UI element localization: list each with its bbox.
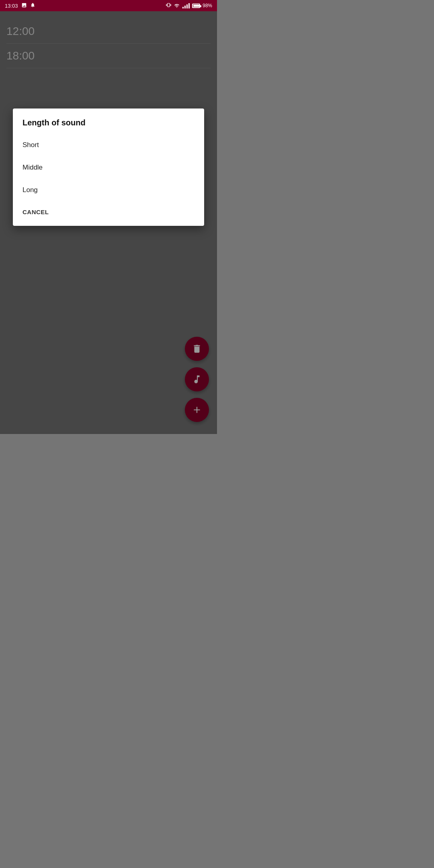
cancel-button[interactable]: CANCEL bbox=[13, 201, 204, 223]
battery-icon bbox=[192, 4, 200, 8]
status-right: 98% bbox=[166, 2, 212, 9]
wifi-icon bbox=[174, 3, 180, 8]
battery-percentage: 98% bbox=[203, 3, 212, 8]
status-bar: 13:03 98% bbox=[0, 0, 217, 11]
signal-icon bbox=[182, 3, 190, 8]
option-long[interactable]: Long bbox=[13, 179, 204, 201]
length-of-sound-dialog: Length of sound Short Middle Long CANCEL bbox=[13, 108, 204, 226]
vibrate-icon bbox=[166, 2, 171, 9]
status-time: 13:03 bbox=[5, 3, 18, 9]
option-middle[interactable]: Middle bbox=[13, 156, 204, 179]
bell-icon bbox=[30, 2, 35, 9]
option-short[interactable]: Short bbox=[13, 134, 204, 156]
dialog-title: Length of sound bbox=[13, 118, 204, 134]
image-icon bbox=[21, 2, 27, 9]
status-left: 13:03 bbox=[5, 2, 35, 9]
